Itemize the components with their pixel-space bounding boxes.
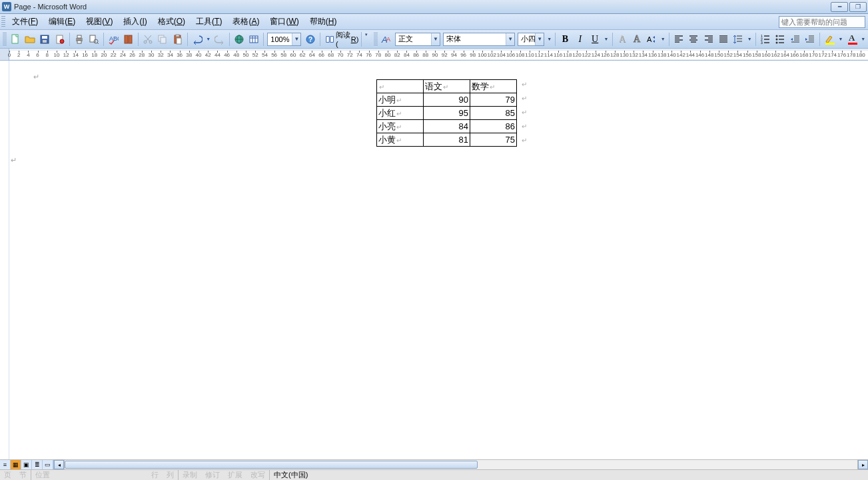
redo-button[interactable] — [213, 32, 226, 47]
status-rev[interactable]: 修订 — [201, 470, 224, 480]
spelling-button[interactable]: ABC — [107, 32, 120, 47]
help-search-box[interactable] — [779, 16, 865, 28]
menu-help[interactable]: 帮助(H) — [304, 14, 342, 29]
scroll-thumb[interactable] — [65, 461, 478, 469]
align-right-button[interactable] — [701, 32, 715, 47]
styles-button[interactable]: AA — [380, 32, 393, 47]
scroll-track[interactable] — [64, 460, 858, 469]
copy-button[interactable] — [156, 32, 169, 47]
horizontal-ruler[interactable]: 0246810121416182022242628303234363840424… — [0, 49, 868, 61]
decrease-indent-button[interactable] — [788, 32, 801, 47]
undo-button[interactable] — [191, 32, 204, 47]
table-cell-name[interactable]: 小红↵ — [377, 107, 424, 120]
font-dropdown-icon[interactable]: ▼ — [506, 33, 514, 45]
document-area[interactable]: ↵ ↵ ↵ 语文↵ 数学↵ 小明↵ 90 79 小红↵ 95 85 小亮↵ 84… — [0, 61, 868, 459]
increase-indent-button[interactable] — [803, 32, 817, 47]
table-row[interactable]: 小明↵ 90 79 — [377, 93, 517, 107]
permission-button[interactable] — [53, 32, 66, 47]
table-row[interactable]: 小黄↵ 81 75 — [377, 133, 517, 147]
reading-view-button[interactable]: ▭ — [43, 460, 53, 469]
style-combo[interactable]: 正文▼ — [395, 33, 440, 46]
scroll-right-button[interactable]: ▸ — [858, 460, 868, 469]
web-layout-view-button[interactable]: ▦ — [11, 460, 21, 469]
print-button[interactable] — [73, 32, 86, 47]
toolbar-grip-1[interactable] — [3, 33, 7, 46]
table-header-col2[interactable]: 数学↵ — [470, 80, 517, 93]
help-search-input[interactable] — [779, 16, 865, 28]
toolbar-overflow-1[interactable]: ▾ — [361, 32, 371, 47]
table-cell-score[interactable]: 84 — [424, 120, 470, 133]
table-cell-score[interactable]: 95 — [424, 107, 470, 120]
print-layout-view-button[interactable]: ▣ — [21, 460, 32, 469]
shadow-text-button[interactable]: A — [616, 32, 629, 47]
table-cell-score[interactable]: 86 — [470, 120, 517, 133]
hyperlink-button[interactable] — [232, 32, 246, 47]
save-button[interactable] — [38, 32, 51, 47]
research-button[interactable] — [122, 32, 135, 47]
line-spacing-button[interactable] — [731, 32, 745, 47]
data-table[interactable]: ↵ 语文↵ 数学↵ 小明↵ 90 79 小红↵ 95 85 小亮↵ 84 86 … — [376, 79, 517, 147]
align-center-button[interactable] — [687, 32, 700, 47]
char-scaling-button[interactable]: A — [645, 32, 658, 47]
bold-button[interactable]: B — [558, 32, 572, 47]
table-header-row[interactable]: ↵ 语文↵ 数学↵ — [377, 80, 517, 93]
align-justify-button[interactable] — [717, 32, 730, 47]
font-size-dropdown-extra[interactable]: ▼ — [546, 32, 552, 47]
table-header-empty[interactable]: ↵ — [377, 80, 424, 93]
outline-view-button[interactable]: ≣ — [32, 460, 43, 469]
document-page[interactable]: ↵ ↵ ↵ 语文↵ 数学↵ 小明↵ 90 79 小红↵ 95 85 小亮↵ 84… — [9, 61, 868, 459]
font-color-dropdown[interactable]: ▼ — [860, 32, 866, 47]
normal-view-button[interactable]: ≡ — [0, 460, 11, 469]
table-row[interactable]: 小红↵ 95 85 — [377, 107, 517, 120]
menu-table[interactable]: 表格(A) — [227, 14, 264, 29]
underline-dropdown[interactable]: ▼ — [603, 32, 609, 47]
font-size-combo[interactable]: 小四▼ — [518, 33, 544, 46]
char-scaling-dropdown[interactable]: ▼ — [660, 32, 666, 47]
tables-borders-button[interactable] — [247, 32, 260, 47]
align-left-button[interactable] — [672, 32, 685, 47]
highlight-button[interactable] — [823, 32, 836, 47]
status-language[interactable]: 中文(中国) — [269, 470, 312, 480]
menu-file[interactable]: 文件(F) — [7, 14, 43, 29]
menu-edit[interactable]: 编辑(E) — [43, 14, 81, 29]
table-cell-score[interactable]: 85 — [470, 107, 517, 120]
vertical-ruler[interactable] — [0, 61, 9, 459]
open-button[interactable] — [23, 32, 37, 47]
table-cell-score[interactable]: 81 — [424, 133, 470, 147]
table-cell-score[interactable]: 79 — [470, 93, 517, 107]
cut-button[interactable] — [141, 32, 155, 47]
print-preview-button[interactable] — [87, 32, 101, 47]
italic-button[interactable]: I — [574, 32, 587, 47]
line-spacing-dropdown[interactable]: ▼ — [746, 32, 752, 47]
font-combo[interactable]: 宋体▼ — [443, 33, 515, 46]
status-ext[interactable]: 扩展 — [224, 470, 246, 480]
status-ovr[interactable]: 改写 — [246, 470, 269, 480]
table-cell-score[interactable]: 75 — [470, 133, 517, 147]
menu-insert[interactable]: 插入(I) — [118, 14, 152, 29]
table-cell-name[interactable]: 小明↵ — [377, 93, 424, 107]
toolbar-grip-2[interactable] — [374, 33, 378, 46]
underline-button[interactable]: U — [588, 32, 602, 47]
menu-format[interactable]: 格式(O) — [153, 14, 191, 29]
bullets-button[interactable] — [773, 32, 787, 47]
zoom-combo[interactable]: 100%▼ — [267, 33, 301, 46]
new-document-button[interactable] — [9, 32, 22, 47]
undo-dropdown[interactable]: ▼ — [205, 32, 211, 47]
table-cell-name[interactable]: 小亮↵ — [377, 120, 424, 133]
menu-window[interactable]: 窗口(W) — [264, 14, 304, 29]
numbering-button[interactable]: 123 — [759, 32, 772, 47]
font-size-dropdown-icon[interactable]: ▼ — [535, 33, 544, 45]
scroll-left-button[interactable]: ◂ — [54, 460, 64, 469]
table-header-col1[interactable]: 语文↵ — [424, 80, 470, 93]
reading-layout-button[interactable]: 阅读(R) — [322, 33, 362, 46]
status-rec[interactable]: 录制 — [178, 470, 201, 480]
font-color-button[interactable]: A — [845, 32, 859, 47]
paste-button[interactable] — [171, 32, 185, 47]
highlight-dropdown[interactable]: ▼ — [837, 32, 843, 47]
zoom-dropdown-icon[interactable]: ▼ — [292, 33, 300, 45]
help-button[interactable]: ? — [303, 32, 316, 47]
menubar-grip[interactable] — [1, 16, 5, 28]
maximize-button[interactable]: ❐ — [849, 2, 867, 12]
menu-view[interactable]: 视图(V) — [81, 14, 118, 29]
menu-tools[interactable]: 工具(T) — [191, 14, 227, 29]
